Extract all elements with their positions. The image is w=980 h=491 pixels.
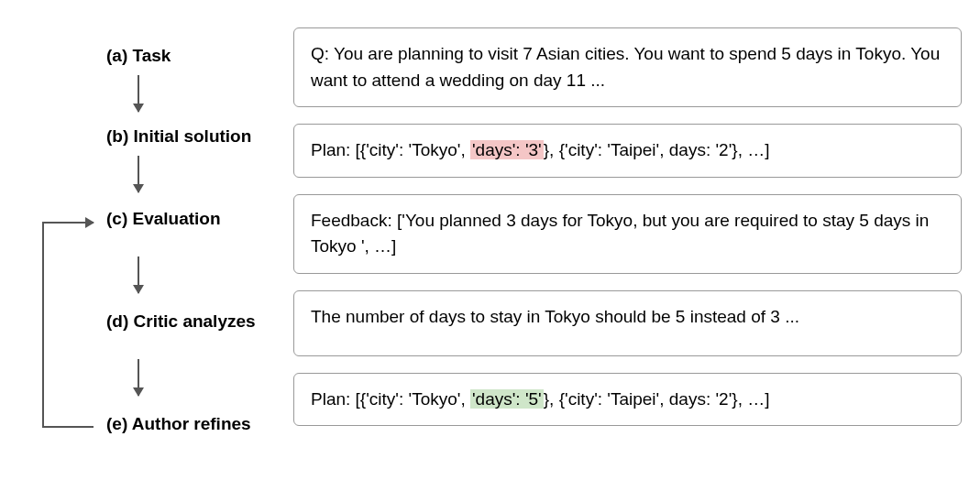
plan-prefix: Plan: [{'city': 'Tokyo', (311, 389, 470, 409)
arrow-down-icon (138, 359, 139, 396)
loop-back-arrow-icon (42, 222, 94, 428)
initial-solution-box: Plan: [{'city': 'Tokyo', 'days': '3'}, {… (293, 124, 962, 178)
steps-column: (a) Task (b) Initial solution (c) Evalua… (18, 27, 293, 473)
author-refines-box: Plan: [{'city': 'Tokyo', 'days': '5'}, {… (293, 373, 962, 427)
step-evaluation-label: (c) Evaluation (106, 209, 221, 229)
step-critic-analyzes-label: (d) Critic analyzes (106, 311, 256, 332)
critic-analyzes-box: The number of days to stay in Tokyo shou… (293, 290, 962, 356)
arrow-down-icon (138, 75, 139, 112)
error-highlight: 'days': '3' (470, 140, 544, 159)
plan-prefix: Plan: [{'city': 'Tokyo', (311, 140, 470, 159)
step-initial-solution-label: (b) Initial solution (106, 126, 251, 147)
step-task-label: (a) Task (106, 46, 171, 66)
fix-highlight: 'days': '5' (470, 389, 544, 409)
feedback-text: Feedback: ['You planned 3 days for Tokyo… (311, 211, 929, 256)
analysis-text: The number of days to stay in Tokyo shou… (311, 307, 799, 326)
plan-suffix: }, {'city': 'Taipei', days: '2'}, …] (544, 389, 770, 409)
step-author-refines-label: (e) Author refines (106, 414, 251, 434)
arrow-down-icon (138, 156, 139, 192)
arrow-down-icon (138, 256, 139, 293)
content-column: Q: You are planning to visit 7 Asian cit… (293, 27, 962, 473)
evaluation-box: Feedback: ['You planned 3 days for Tokyo… (293, 194, 962, 274)
task-text: Q: You are planning to visit 7 Asian cit… (311, 44, 940, 90)
plan-suffix: }, {'city': 'Taipei', days: '2'}, …] (544, 140, 770, 159)
task-box: Q: You are planning to visit 7 Asian cit… (293, 27, 962, 107)
